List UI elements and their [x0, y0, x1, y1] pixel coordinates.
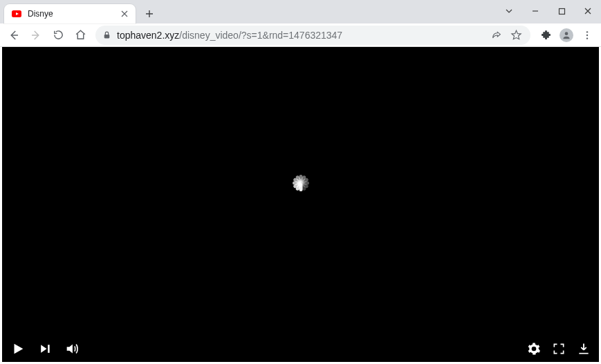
- extensions-button[interactable]: [536, 26, 555, 45]
- settings-button[interactable]: [527, 342, 541, 356]
- url-path: /disney_video/?s=1&rnd=1476321347: [179, 30, 342, 41]
- url-domain: tophaven2.xyz: [117, 30, 179, 41]
- window-close-button[interactable]: [575, 0, 601, 22]
- browser-tab[interactable]: Disnye: [4, 4, 136, 23]
- svg-rect-1: [559, 8, 564, 14]
- play-button[interactable]: [10, 341, 26, 356]
- svg-point-6: [565, 32, 568, 35]
- loading-spinner-icon: [286, 183, 316, 213]
- download-button[interactable]: [577, 342, 591, 356]
- window-controls: [496, 0, 601, 22]
- video-player-controls: [2, 336, 599, 362]
- profile-button[interactable]: [557, 26, 576, 45]
- svg-rect-10: [48, 345, 50, 353]
- home-button[interactable]: [71, 26, 90, 45]
- lock-icon[interactable]: [102, 30, 111, 39]
- volume-button[interactable]: [64, 341, 80, 356]
- svg-point-9: [586, 37, 588, 39]
- back-button[interactable]: [4, 26, 24, 45]
- reload-button[interactable]: [48, 26, 68, 45]
- bookmark-button[interactable]: [508, 28, 524, 43]
- next-button[interactable]: [38, 342, 52, 356]
- window-dropdown-button[interactable]: [496, 0, 522, 22]
- browser-toolbar: tophaven2.xyz/disney_video/?s=1&rnd=1476…: [0, 23, 601, 47]
- window-minimize-button[interactable]: [522, 0, 548, 22]
- svg-point-7: [586, 31, 588, 32]
- new-tab-button[interactable]: [140, 4, 159, 23]
- window-maximize-button[interactable]: [548, 0, 575, 22]
- address-bar[interactable]: tophaven2.xyz/disney_video/?s=1&rnd=1476…: [95, 26, 530, 45]
- svg-point-8: [586, 34, 588, 35]
- svg-rect-5: [104, 35, 110, 38]
- tab-close-button[interactable]: [119, 8, 130, 19]
- avatar-icon: [560, 28, 573, 42]
- tab-title: Disnye: [28, 9, 119, 19]
- share-button[interactable]: [489, 28, 504, 43]
- page-content: [2, 47, 599, 362]
- menu-button[interactable]: [577, 26, 597, 45]
- forward-button[interactable]: [26, 26, 46, 45]
- toolbar-right: [536, 26, 597, 45]
- fullscreen-button[interactable]: [552, 342, 566, 356]
- youtube-icon: [11, 8, 22, 19]
